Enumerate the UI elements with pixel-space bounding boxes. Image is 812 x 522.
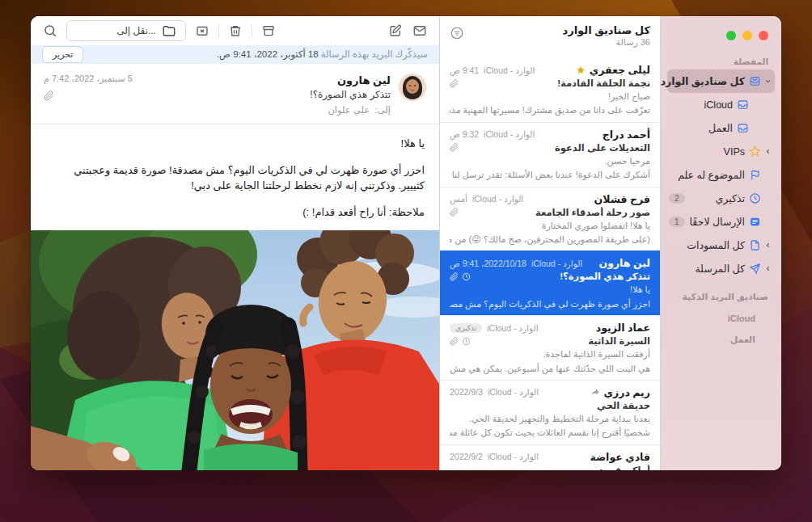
- mailbox-meta: الوارد - iCloud: [488, 387, 539, 397]
- preview-line: أرفقت السيرة الذاتية لماجدة.: [450, 348, 650, 360]
- paperclip-icon: [450, 272, 459, 281]
- preview-line: بعدنا ببداية مرحلة التخطيط والتجهيز لحدي…: [450, 413, 650, 425]
- message-list-pane: كل صناديق الوارد 36 رسالة ليلى جعفري: [439, 16, 661, 470]
- sidebar-item-label: تذكيري: [716, 192, 745, 204]
- remind-banner-text: سيذكّرك البريد بهذه الرسالة 18 أكتوبر، 2…: [217, 48, 428, 60]
- search-icon[interactable]: [42, 23, 58, 39]
- preview-line: صباح الخير!: [450, 91, 650, 103]
- list-header: كل صناديق الوارد 36 رسالة: [440, 16, 660, 58]
- sidebar-item-icloud-inbox[interactable]: iCloud: [667, 93, 775, 116]
- toolbar-separator: [252, 24, 252, 37]
- compose-icon[interactable]: [387, 23, 404, 39]
- preview-line: احزر أي صورة ظهرت لي في الذكريات اليوم؟ …: [450, 298, 650, 310]
- list-item[interactable]: ليلى جعفري الوارد - iCloud 9:41 ص نجمة ا…: [440, 58, 660, 122]
- mailbox-sidebar: المفضلة كل صناديق الوارد iCloud: [661, 16, 781, 470]
- message-header: لين هارون تتذكر هذي الصورة؟! إلى: علي عل…: [31, 64, 439, 124]
- message-to-line: إلى: علي علوان: [141, 104, 391, 116]
- message-subject: تتذكر هذي الصورة؟!: [141, 89, 391, 100]
- account-icloud-label[interactable]: iCloud: [667, 302, 775, 323]
- unread-count-badge: 1: [669, 217, 685, 227]
- paper-plane-icon: [746, 263, 763, 275]
- list-item[interactable]: ريم درزي الوارد - iCloud 2022/9/3 حديقة …: [440, 380, 660, 444]
- chevron-left-icon[interactable]: [763, 242, 773, 249]
- sidebar-item-label: كل المرسلة: [695, 263, 745, 275]
- sidebar-item-label: الموضوع له علم: [678, 169, 745, 181]
- paperclip-icon: [450, 337, 459, 346]
- send-later-icon: [746, 216, 763, 228]
- toolbar-separator: [218, 24, 219, 37]
- filter-icon[interactable]: [450, 26, 464, 40]
- sender-name: لين هارون: [598, 257, 650, 269]
- sidebar-item-flagged[interactable]: الموضوع له علم: [667, 163, 775, 187]
- vip-star-icon: [746, 145, 763, 158]
- flag-icon: [746, 169, 763, 181]
- reminder-clock-icon: [462, 272, 471, 281]
- list-item-selected[interactable]: لين هارون الوارد - iCloud 2022/10/18، 9:…: [440, 250, 660, 315]
- message-subject: صور رحلة أصدقاء الجامعة: [535, 207, 650, 218]
- message-header-side: 5 سبتمبر، 2022، 7:42 م: [44, 74, 133, 116]
- mailbox-meta: الوارد - iCloud: [484, 65, 535, 75]
- sidebar-item-label: العمل: [708, 122, 733, 134]
- chevron-left-icon[interactable]: [763, 148, 773, 155]
- mailbox-meta: الوارد - iCloud: [484, 129, 535, 139]
- attachment-paperclip-icon: [44, 91, 133, 101]
- folder-icon: [161, 23, 177, 39]
- message-time: 2022/9/2: [450, 452, 483, 461]
- preview-line: شخصيًا أقترح إنا نقسم العائلات بحيث تكون…: [450, 427, 650, 439]
- archive-icon[interactable]: [260, 23, 277, 39]
- sidebar-item-label: VIPs: [724, 146, 745, 158]
- sidebar-item-remind-me[interactable]: تذكيري 2: [667, 187, 775, 210]
- clock-icon: [746, 192, 763, 204]
- message-subject: السيرة الذاتية: [588, 335, 650, 347]
- chevron-down-icon[interactable]: [763, 78, 773, 85]
- list-item[interactable]: فادي عواضة الوارد - iCloud 2022/9/2 أماك…: [440, 444, 660, 470]
- sidebar-item-work-inbox[interactable]: العمل: [667, 116, 775, 140]
- paperclip-icon: [450, 208, 459, 217]
- chevron-left-icon[interactable]: [763, 265, 773, 272]
- mailbox-meta: الوارد - iCloud: [472, 194, 523, 204]
- list-item[interactable]: أحمد دراج الوارد - iCloud 9:32 ص التعديل…: [440, 122, 660, 187]
- message-time: 2022/10/18، 9:41 ص: [450, 259, 527, 268]
- sidebar-item-all-sent[interactable]: كل المرسلة: [667, 257, 775, 280]
- preview-line: يا هلا!: [450, 284, 650, 296]
- favorites-section-label: المفضلة: [667, 52, 775, 69]
- message-date: 5 سبتمبر، 2022، 7:42 م: [44, 74, 133, 84]
- remind-banner-date: 18 أكتوبر، 2022، 9:41 ص.: [217, 49, 319, 59]
- account-work-label[interactable]: العمل: [667, 323, 775, 345]
- zoom-button[interactable]: [726, 31, 736, 40]
- sidebar-item-all-inboxes[interactable]: كل صناديق الوارد: [667, 69, 775, 93]
- edit-reminder-button[interactable]: تحرير: [42, 46, 83, 63]
- trash-icon[interactable]: [227, 23, 243, 39]
- message-subject: نجمة الحلقة القادمة!: [557, 78, 650, 89]
- message-count: 36 رسالة: [464, 37, 650, 48]
- message-time: 9:32 ص: [450, 129, 479, 139]
- window-controls: [667, 16, 775, 52]
- sidebar-item-vips[interactable]: VIPs: [667, 140, 775, 163]
- remind-banner: سيذكّرك البريد بهذه الرسالة 18 أكتوبر، 2…: [31, 45, 439, 64]
- smart-mailboxes-label: صناديق البريد الذكية: [667, 280, 775, 302]
- body-paragraph: يا هلا!: [45, 136, 425, 152]
- message-toolbar: نقل إلى...: [31, 16, 439, 45]
- replied-arrow-icon: [590, 387, 600, 397]
- list-item[interactable]: فرح قشلان الوارد - iCloud أمس صور رحلة أ…: [440, 187, 660, 251]
- get-mail-icon[interactable]: [412, 23, 428, 39]
- message-sender: لين هارون: [141, 74, 391, 86]
- message-subject: تتذكر هذي الصورة؟!: [560, 271, 650, 282]
- message-time: 2022/9/3: [450, 387, 483, 397]
- minimize-button[interactable]: [742, 31, 752, 40]
- inbox-tray-icon: [734, 122, 751, 134]
- sidebar-item-send-later[interactable]: الإرسال لاحقًا 1: [667, 210, 775, 234]
- sidebar-item-all-drafts[interactable]: كل المسودات: [667, 234, 775, 257]
- move-to-button[interactable]: نقل إلى...: [66, 20, 186, 41]
- junk-icon[interactable]: [194, 23, 210, 39]
- preview-line: هي البنت اللي حدّثتك عنها من أسبوعين. يم…: [450, 363, 650, 375]
- close-button[interactable]: [759, 31, 768, 40]
- message-subject: أماكن في دبي: [586, 465, 650, 470]
- mailbox-meta: الوارد - iCloud: [488, 452, 539, 461]
- preview-line: (على طريقة المصورين المحترفين، صح مالك؟ …: [450, 234, 650, 246]
- list-item[interactable]: عماد الزيود الوارد - iCloud تذكيري السير…: [440, 315, 660, 380]
- paperclip-icon: [450, 79, 459, 88]
- inbox-tray-icon: [734, 99, 751, 111]
- desktop-wallpaper: نقل إلى...: [0, 0, 812, 522]
- paperclip-icon: [450, 143, 459, 152]
